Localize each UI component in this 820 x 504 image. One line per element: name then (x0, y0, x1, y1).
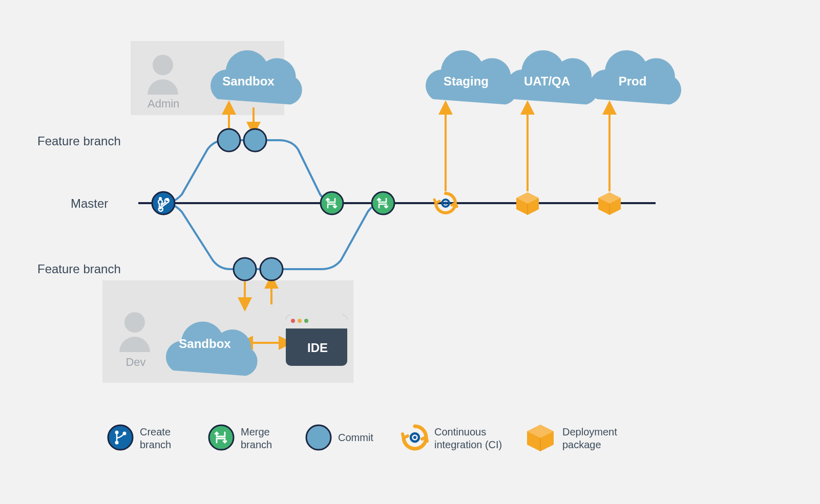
legend-create-branch: Create branch (140, 426, 171, 451)
svg-point-19 (115, 441, 119, 445)
node-deploy-uat (516, 192, 539, 215)
ide-window (286, 315, 347, 366)
svg-point-21 (306, 425, 331, 450)
legend-commit-icon (306, 425, 331, 450)
node-commit-top-1 (218, 129, 240, 151)
legend-deploy-icon (527, 425, 554, 451)
legend-ci: Continuous integration (CI) (434, 426, 502, 451)
diagram-canvas (0, 0, 820, 504)
legend-deploy: Deployment package (562, 426, 617, 451)
svg-point-17 (115, 431, 119, 434)
node-merge-2 (372, 192, 394, 214)
svg-point-11 (159, 206, 162, 209)
svg-point-6 (153, 55, 173, 75)
ide-label: IDE (302, 341, 333, 355)
svg-point-20 (209, 425, 234, 450)
node-merge-1 (321, 192, 343, 214)
cloud-label-uat: UAT/QA (506, 74, 588, 89)
svg-point-23 (413, 436, 416, 439)
node-commit-top-2 (244, 129, 266, 151)
svg-point-13 (372, 192, 394, 214)
legend-create-branch-icon (108, 425, 133, 450)
node-commit-bottom-2 (260, 258, 283, 280)
svg-rect-2 (286, 322, 347, 328)
label-master: Master (71, 196, 108, 211)
node-create-branch (152, 192, 175, 214)
node-deploy-prod (598, 192, 621, 215)
legend-merge-branch-icon (209, 425, 234, 450)
cloud-label-prod: Prod (592, 74, 674, 89)
label-feature-bottom: Feature branch (37, 262, 121, 276)
label-feature-top: Feature branch (37, 134, 121, 148)
cloud-label-admin: Sandbox (210, 74, 287, 89)
label-dev: Dev (123, 356, 149, 369)
svg-point-15 (444, 202, 447, 205)
legend-ci-icon (403, 426, 427, 449)
legend-merge-branch: Merge branch (241, 426, 272, 451)
label-admin: Admin (148, 97, 178, 111)
svg-point-7 (124, 312, 145, 333)
svg-point-3 (291, 319, 295, 323)
svg-point-5 (304, 319, 308, 323)
svg-point-9 (159, 197, 162, 200)
svg-point-10 (166, 198, 169, 201)
cloud-label-staging: Staging (425, 74, 507, 89)
cloud-label-dev: Sandbox (166, 337, 243, 351)
node-ci (434, 193, 457, 213)
legend-commit: Commit (338, 431, 373, 444)
svg-point-4 (298, 319, 302, 323)
svg-point-12 (321, 192, 343, 214)
node-commit-bottom-1 (234, 258, 256, 280)
